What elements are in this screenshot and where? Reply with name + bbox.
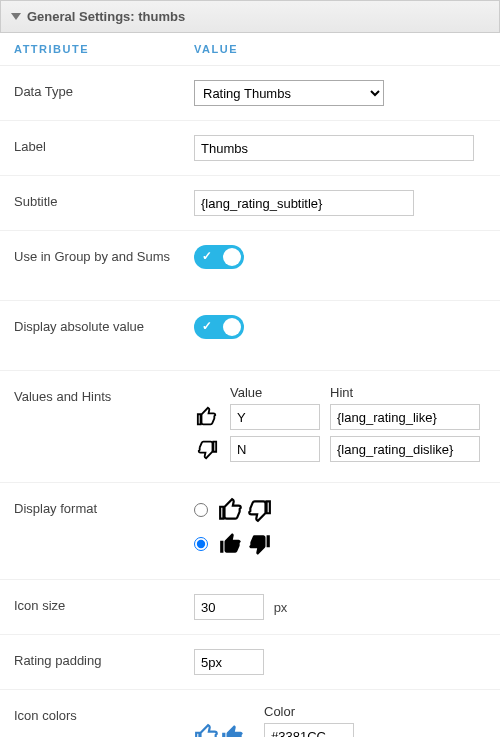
value-input-dislike[interactable] [230, 436, 320, 462]
thumb-down-icon [194, 438, 220, 460]
col-color-header: Color [264, 704, 486, 719]
row-data-type: Data Type Rating Thumbs [0, 66, 500, 121]
thumb-down-outline-icon [246, 497, 272, 523]
label-data-type: Data Type [14, 80, 194, 99]
rating-padding-input[interactable] [194, 649, 264, 675]
vh-row-dislike [194, 436, 486, 462]
color-row-like [194, 723, 486, 737]
absolute-toggle[interactable]: ✓ [194, 315, 244, 339]
label-subtitle: Subtitle [14, 190, 194, 209]
format-option-solid [194, 531, 486, 557]
check-icon: ✓ [202, 249, 212, 263]
value-input-like[interactable] [230, 404, 320, 430]
thumb-down-solid-icon [246, 531, 272, 557]
icon-size-unit: px [274, 600, 288, 615]
hint-input-dislike[interactable] [330, 436, 480, 462]
col-hint-header: Hint [330, 385, 353, 400]
label-icon-size: Icon size [14, 594, 194, 613]
vh-row-like [194, 404, 486, 430]
label-group-by: Use in Group by and Sums [14, 245, 194, 264]
label-absolute: Display absolute value [14, 315, 194, 334]
label-input[interactable] [194, 135, 474, 161]
thumb-up-outline-icon [194, 723, 220, 737]
row-label: Label [0, 121, 500, 176]
collapse-icon [11, 13, 21, 20]
row-rating-padding: Rating padding [0, 635, 500, 690]
row-subtitle: Subtitle [0, 176, 500, 231]
row-group-by: Use in Group by and Sums ✓ [0, 231, 500, 301]
thumb-up-outline-icon [218, 497, 244, 523]
label-display-format: Display format [14, 497, 194, 516]
check-icon: ✓ [202, 319, 212, 333]
hint-input-like[interactable] [330, 404, 480, 430]
col-value-header: Value [230, 385, 320, 400]
label-values-hints: Values and Hints [14, 385, 194, 404]
format-radio-outline[interactable] [194, 503, 208, 517]
data-type-select[interactable]: Rating Thumbs [194, 80, 384, 106]
panel-header[interactable]: General Settings: thumbs [0, 0, 500, 33]
row-absolute: Display absolute value ✓ [0, 301, 500, 371]
thumb-up-solid-icon [220, 723, 246, 737]
label-icon-colors: Icon colors [14, 704, 194, 723]
format-option-outline [194, 497, 486, 523]
label-rating-padding: Rating padding [14, 649, 194, 668]
header-attribute: ATTRIBUTE [14, 43, 194, 55]
row-display-format: Display format [0, 483, 500, 580]
column-headers: ATTRIBUTE VALUE [0, 33, 500, 66]
color-input-like[interactable] [264, 723, 354, 737]
row-values-hints: Values and Hints Value Hint [0, 371, 500, 483]
label-label: Label [14, 135, 194, 154]
panel-title: General Settings: thumbs [27, 9, 185, 24]
subtitle-input[interactable] [194, 190, 414, 216]
row-icon-colors: Icon colors Color [0, 690, 500, 737]
thumb-up-solid-icon [218, 531, 244, 557]
row-icon-size: Icon size px [0, 580, 500, 635]
format-radio-solid[interactable] [194, 537, 208, 551]
header-value: VALUE [194, 43, 486, 55]
icon-size-input[interactable] [194, 594, 264, 620]
group-by-toggle[interactable]: ✓ [194, 245, 244, 269]
thumb-up-icon [194, 406, 220, 428]
